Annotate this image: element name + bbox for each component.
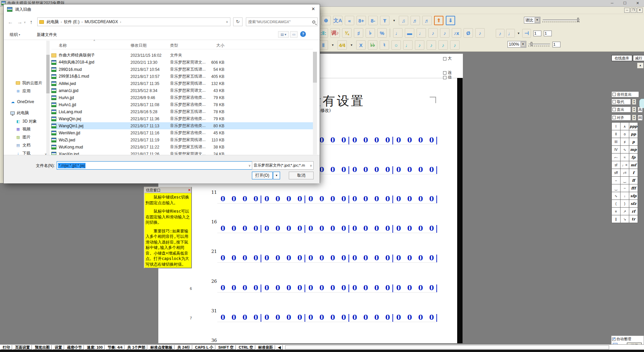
symbol-)[interactable]: ) xyxy=(621,200,629,208)
eighth-cyan-button[interactable]: ♪ xyxy=(415,40,424,50)
symbol-IV[interactable]: IV xyxy=(612,146,621,153)
symbol-o[interactable]: o xyxy=(621,130,629,138)
measure[interactable]: 0000 xyxy=(305,224,349,234)
up-icon[interactable]: ↑ xyxy=(30,19,33,25)
filetype-combobox[interactable]: 音乐梦想家文件(*.jpd;*.jpc;*.m ∨ xyxy=(252,161,314,170)
meter-44-button[interactable]: 4∕4 xyxy=(337,40,347,50)
symbol-≡[interactable]: ≡ xyxy=(612,208,621,215)
panel-checkbox[interactable] xyxy=(612,116,616,119)
panel-check-音符直出[interactable]: 音符直出 xyxy=(611,91,639,97)
notation-system[interactable]: 00000000000000000000 xyxy=(217,284,437,294)
symbol-sf[interactable]: sf xyxy=(612,161,621,169)
octave-up-button[interactable]: 8+ xyxy=(357,16,366,25)
small-note-button[interactable]: ♪ xyxy=(475,28,485,38)
file-row-WangQin.jwj[interactable]: WangQin.jwj2021/8/17 11:36音乐梦想家吉他类...79 … xyxy=(51,115,313,122)
zoom-slider[interactable] xyxy=(529,42,550,47)
barline-type-button[interactable]: ‖ xyxy=(319,40,328,50)
help-icon[interactable]: ? xyxy=(300,31,306,37)
spinner-直出[interactable]: ▲▼ xyxy=(632,106,636,113)
delete-x-button[interactable]: X xyxy=(356,40,366,50)
octave-down-button[interactable]: 8- xyxy=(368,16,378,25)
measure[interactable]: 0000 xyxy=(217,284,261,294)
panel-scroll-up-icon[interactable]: ▲ xyxy=(637,62,644,69)
meter-dropdown-button[interactable]: ▾ xyxy=(349,40,354,50)
symbol-II[interactable]: II xyxy=(612,130,621,138)
measure[interactable]: 0000 xyxy=(349,313,393,323)
status-◀[interactable]: ◀ xyxy=(276,345,283,350)
symbol-fff[interactable]: fff xyxy=(629,184,638,192)
sharp-button[interactable]: ♯ xyxy=(354,28,363,38)
time-sig-34-button[interactable]: ¾ xyxy=(342,28,352,38)
status-CTRL 空[interactable]: CTRL 空 xyxy=(237,345,255,350)
horizontal-scrollbar[interactable] xyxy=(285,345,609,349)
sidebar-item-视频[interactable]: ▦视频 xyxy=(4,126,46,132)
sidebar-scroll-thumb[interactable] xyxy=(46,55,50,93)
scale-combo[interactable]: 谱比 ▼ xyxy=(524,17,540,24)
measure[interactable]: 0000 xyxy=(217,343,261,343)
panel-check-直出[interactable]: 直出 xyxy=(611,106,631,113)
status-共 1个声部[interactable]: 共 1个声部 xyxy=(125,345,147,350)
status-疏密小节[interactable]: 疏密小节 xyxy=(65,345,84,350)
flag-倍[interactable]: 倍 xyxy=(443,75,452,80)
scale-slider[interactable] xyxy=(543,17,580,23)
file-row-299第16条1.mud[interactable]: 299第16条1.mud2021/8/17 10:57音乐梦想家五线谱...40… xyxy=(51,73,313,80)
spinner-对齐[interactable]: ▲▼ xyxy=(632,115,636,121)
double-flat-button[interactable]: ♭♭ xyxy=(368,40,377,50)
symbol-tr[interactable]: tr xyxy=(629,215,638,223)
flag-checkbox[interactable] xyxy=(443,76,446,79)
symbol-∧[interactable]: ∧ xyxy=(621,123,629,130)
symbol-III[interactable]: III xyxy=(612,138,621,146)
notation-system[interactable]: 00000000000000000000 xyxy=(217,195,437,205)
status-标准点变散板[interactable]: 标准点变散板 xyxy=(148,345,174,350)
measure[interactable]: 0000 xyxy=(393,254,437,264)
close-button[interactable]: ✕ xyxy=(631,0,644,6)
barline-dropdown-button[interactable]: ▾ xyxy=(330,40,335,50)
sidebar-item-图片[interactable]: ▨图片 xyxy=(4,134,46,140)
whole-rest-button[interactable]: ▬ xyxy=(405,28,414,38)
beam-notes-button[interactable]: ♬ xyxy=(411,16,420,25)
symbol-pp[interactable]: pp xyxy=(629,130,638,138)
notation-system[interactable]: 00000000000000000000 xyxy=(217,254,437,264)
measure[interactable]: 0000 xyxy=(261,343,305,343)
mute-note-button[interactable]: ♪x xyxy=(452,28,461,38)
eighth-note-2-button[interactable]: ♪ xyxy=(440,28,449,38)
status-共 24行[interactable]: 共 24行 xyxy=(175,345,192,350)
repeat-bar-button[interactable]: :‖: xyxy=(319,28,328,38)
measure[interactable]: 0000 xyxy=(393,313,437,323)
flag-note-button[interactable]: ♪ xyxy=(496,29,504,38)
breadcrumb-item[interactable]: 此电脑 xyxy=(45,19,60,25)
symbol-♩=[interactable]: ♩= xyxy=(621,161,629,169)
symbol-⌢[interactable]: ⌢ xyxy=(621,184,629,192)
quarter-note-2-button[interactable]: ♩ xyxy=(417,28,426,38)
null-note-button[interactable]: Ø xyxy=(464,28,473,38)
measure[interactable]: 0000 xyxy=(217,224,261,234)
measure[interactable]: 0000 xyxy=(305,195,349,205)
sidebar-item-应用[interactable]: ⊞应用 xyxy=(4,88,46,94)
note-pair-button[interactable]: ♫ xyxy=(399,16,408,25)
measure[interactable]: 0000 xyxy=(349,343,393,343)
symbol-sff[interactable]: sff xyxy=(612,169,621,177)
measure[interactable]: 0000 xyxy=(305,343,349,343)
whole-note-button[interactable]: ○ xyxy=(391,40,401,50)
measure[interactable]: 0000 xyxy=(261,313,305,323)
measure[interactable]: 0000 xyxy=(305,313,349,323)
auto-arrange-row[interactable]: ✓ 自动整理 xyxy=(611,336,644,342)
measure[interactable]: 0000 xyxy=(393,343,437,343)
dialog-close-button[interactable]: ✕ xyxy=(309,6,318,12)
measure[interactable]: 0000 xyxy=(305,284,349,294)
symbol-ff[interactable]: ff xyxy=(629,177,638,184)
address-dropdown-icon[interactable]: ∨ xyxy=(226,20,228,24)
column-name[interactable]: 名称 xyxy=(59,43,130,48)
new-folder-button[interactable]: 新建文件夹 xyxy=(37,32,57,38)
symbol-∿[interactable]: ∿ xyxy=(612,192,621,200)
forward-icon[interactable]: → xyxy=(17,19,22,25)
back-arrow-button[interactable]: « xyxy=(345,16,354,25)
flat-button[interactable]: ♭ xyxy=(366,28,375,38)
measure[interactable]: 0000 xyxy=(217,254,261,264)
file-row-299D16.mud[interactable]: 299D16.mud2021/8/17 10:54音乐梦想家五线谱...54 K… xyxy=(51,66,313,73)
status-打印[interactable]: 打印 xyxy=(1,345,12,350)
column-type[interactable]: 类型 xyxy=(170,43,210,48)
tuplet-input-2[interactable] xyxy=(544,31,552,36)
symbol-∥[interactable]: ∥ xyxy=(612,215,621,223)
minimize-button[interactable]: ─ xyxy=(606,0,619,6)
